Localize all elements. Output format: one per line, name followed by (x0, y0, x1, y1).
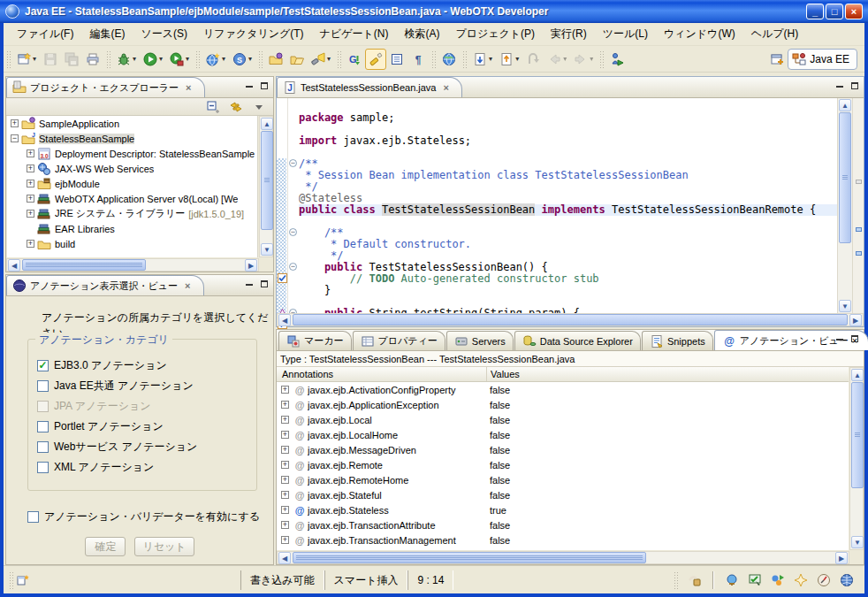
code-line-6[interactable]: * Session Bean implementation class Test… (299, 170, 837, 181)
expand-toggle-icon[interactable]: + (281, 536, 289, 544)
annotation-row-3[interactable]: +@javax.ejb.LocalHomefalse (277, 427, 849, 442)
annotations-column-header[interactable]: Annotations (277, 367, 487, 381)
menu-item-6[interactable]: プロジェクト(P) (447, 23, 543, 45)
tree-item-7[interactable]: +EAR Libraries (7, 221, 257, 236)
annotation-row-7[interactable]: +@javax.ejb.Statefulfalse (277, 487, 849, 502)
menu-item-7[interactable]: 実行(R) (543, 23, 595, 45)
generate-navigation-button[interactable]: G (344, 49, 365, 70)
editor-tab[interactable]: J TestStatelessSessionBean.java × (277, 77, 462, 97)
globe-scope-tray-button[interactable] (723, 570, 741, 591)
open-ejb-resource-button[interactable] (265, 49, 286, 70)
editor-maximize-button[interactable] (849, 80, 860, 91)
run-external-tools-button[interactable]: ▾ (166, 49, 193, 70)
tree-item-4[interactable]: +ejbModule (7, 176, 257, 191)
open-perspective-button[interactable] (766, 49, 788, 70)
tree-item-0[interactable]: +SampleApplication (7, 116, 257, 131)
run-button[interactable]: ▾ (140, 49, 166, 70)
scroll-thumb[interactable] (839, 112, 851, 243)
scroll-thumb[interactable] (851, 382, 864, 488)
collapse-toggle-icon[interactable]: − (11, 134, 19, 142)
perspective-javaee-button[interactable]: Java EE (788, 49, 857, 70)
code-line-1[interactable]: package sample; (299, 112, 837, 124)
scroll-left-icon[interactable]: ◀ (278, 314, 291, 326)
editor-minimize-button[interactable] (834, 80, 845, 91)
annotation-row-4[interactable]: +@javax.ejb.MessageDrivenfalse (277, 442, 849, 457)
code-line-10[interactable] (299, 216, 837, 227)
reset-button[interactable]: リセット (134, 537, 194, 556)
table-vscrollbar[interactable]: ▲ ▼ (849, 367, 864, 550)
scroll-left-icon[interactable]: ◀ (8, 259, 20, 272)
dropdown-arrow-icon[interactable]: ▾ (515, 55, 519, 63)
bottom-tab-3[interactable]: Data Source Explorer (514, 331, 641, 350)
expand-toggle-icon[interactable]: + (281, 386, 289, 394)
validator-checkbox-row[interactable]: アノテーション・バリデーターを有効にする (27, 507, 260, 527)
annotation-row-2[interactable]: +@javax.ejb.Localfalse (277, 412, 849, 427)
scroll-right-icon[interactable]: ▶ (835, 552, 848, 564)
menu-item-9[interactable]: ウィンドウ(W) (656, 23, 743, 45)
menu-item-4[interactable]: ナビゲート(N) (312, 23, 397, 45)
expand-toggle-icon[interactable]: + (27, 149, 34, 157)
dropdown-arrow-icon[interactable]: ▾ (489, 55, 492, 63)
collapse-all-button[interactable] (204, 99, 222, 115)
dropdown-arrow-icon[interactable]: ▾ (327, 55, 331, 63)
menu-item-1[interactable]: 編集(E) (81, 23, 133, 45)
checkbox[interactable] (37, 441, 49, 453)
confirm-button[interactable]: 確定 (85, 537, 126, 556)
dropdown-arrow-icon[interactable]: ▾ (222, 55, 225, 63)
show-whitespace-button[interactable]: ¶ (407, 49, 429, 70)
code-line-12[interactable]: * Default constructor. (299, 239, 837, 250)
expand-toggle-icon[interactable]: + (281, 431, 289, 439)
checkbox[interactable] (37, 380, 49, 392)
expand-toggle-icon[interactable]: + (281, 521, 289, 529)
open-resource-button[interactable] (286, 49, 308, 70)
code-line-3[interactable]: import javax.ejb.Stateless; (299, 135, 837, 147)
view-menu-button[interactable] (250, 99, 268, 115)
shapes-tray-button[interactable] (769, 570, 787, 591)
annotation-checkbox-row-5[interactable]: XML アノテーション (37, 457, 251, 478)
menu-item-8[interactable]: ツール(L) (595, 23, 656, 45)
annotation-select-minimize-button[interactable] (243, 279, 255, 289)
menu-item-3[interactable]: リファクタリング(T) (195, 23, 312, 45)
annotation-checkbox-row-3[interactable]: Portlet アノテーション (37, 417, 251, 437)
annotation-checkbox-row-2[interactable]: JPA アノテーション (37, 396, 251, 417)
code-line-15[interactable]: // TODO Auto-generated constructor stub (299, 273, 837, 285)
new-wizard-button[interactable]: ▾ (13, 49, 40, 70)
hand-tool-tray-button[interactable] (686, 570, 704, 591)
web-service-explorer-button[interactable]: S▾ (229, 49, 255, 70)
menu-item-2[interactable]: ソース(S) (133, 23, 195, 45)
editor-vscrollbar[interactable]: ▲ ▼ (837, 98, 852, 313)
project-explorer-maximize-button[interactable] (258, 80, 270, 91)
annotation-checkbox-row-0[interactable]: ✓EJB3.0 アノテーション (37, 356, 251, 376)
close-button[interactable]: × (845, 4, 863, 19)
annotation-select-maximize-button[interactable] (258, 279, 270, 289)
tree-item-5[interactable]: +WebOTX Application Server v8(Local) [We (7, 191, 257, 206)
dropdown-arrow-icon[interactable]: ▾ (248, 55, 252, 63)
expand-toggle-icon[interactable]: + (281, 461, 289, 469)
dropdown-arrow-icon[interactable]: ▾ (186, 55, 189, 63)
overview-marker[interactable] (856, 251, 862, 256)
expand-toggle-icon[interactable]: + (281, 506, 289, 514)
project-explorer-minimize-button[interactable] (243, 80, 255, 91)
tree-item-8[interactable]: +build (7, 236, 257, 251)
dropdown-arrow-icon[interactable]: ▾ (33, 55, 36, 63)
save-all-button[interactable] (61, 49, 82, 70)
annotation-row-8[interactable]: +@javax.ejb.Statelesstrue (277, 502, 849, 517)
expand-toggle-icon[interactable]: + (27, 180, 34, 188)
editor-tab-close-icon[interactable]: × (443, 82, 448, 93)
expand-toggle-icon[interactable]: + (281, 416, 289, 424)
dropdown-arrow-icon[interactable]: ▾ (159, 55, 163, 63)
checkbox[interactable] (37, 421, 49, 432)
scroll-thumb[interactable] (261, 131, 273, 230)
minimize-button[interactable]: _ (806, 4, 824, 19)
annotation-row-1[interactable]: +@javax.ejb.ApplicationExceptionfalse (277, 397, 849, 412)
expand-toggle-icon[interactable]: + (27, 210, 34, 218)
expand-toggle-icon[interactable]: + (11, 119, 19, 127)
checkbox[interactable] (37, 462, 49, 473)
fold-collapse-icon[interactable]: − (289, 159, 297, 167)
star-tray-button[interactable] (792, 570, 810, 591)
scroll-right-icon[interactable]: ▶ (849, 314, 862, 326)
scroll-thumb[interactable] (293, 314, 848, 325)
project-explorer-close-icon[interactable]: × (186, 82, 191, 93)
bottom-tab-1[interactable]: プロパティー (353, 331, 445, 350)
expand-toggle-icon[interactable]: + (27, 240, 34, 248)
